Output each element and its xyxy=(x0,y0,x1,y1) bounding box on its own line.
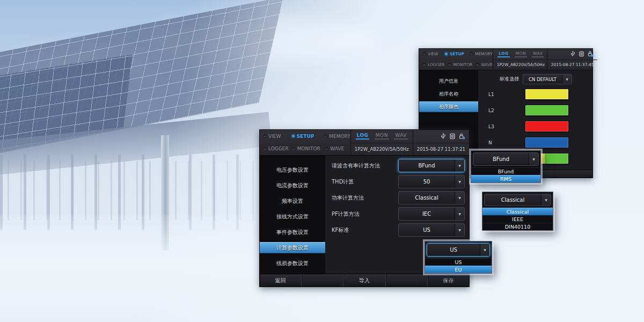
tab-setup[interactable]: SETUP xyxy=(441,52,466,56)
harmonic-method-dropdown[interactable]: BFund ▼ xyxy=(398,159,465,172)
phase-label: N xyxy=(485,140,525,145)
chevron-down-icon[interactable]: ▼ xyxy=(455,175,464,188)
chevron-down-icon[interactable]: ▼ xyxy=(455,159,464,172)
sidebar-item-frequency[interactable]: 频率设置 xyxy=(260,195,325,207)
main-tabs: VIEW SETUP MEMORY LOGGER MONITOR WAVE xyxy=(260,130,350,155)
power-method-dropdown[interactable]: Classical ▼ xyxy=(398,191,465,204)
tab-view[interactable]: VIEW xyxy=(260,134,288,139)
mode-wav[interactable]: WAV xyxy=(394,133,408,140)
kf-standard-dropdown[interactable]: US ▼ xyxy=(398,223,465,237)
sidebar-item-lineloss-params[interactable]: 线损参数设置 xyxy=(260,258,325,269)
sidebar-item-current-params[interactable]: 电流参数设置 xyxy=(260,180,325,191)
sidebar-item-voltage-params[interactable]: 电压参数设置 xyxy=(260,164,325,175)
color-swatch-l1[interactable] xyxy=(525,89,569,100)
tab-logger[interactable]: LOGGER xyxy=(419,62,444,67)
dropdown-value: Classical xyxy=(485,194,541,206)
color-swatch-n[interactable] xyxy=(525,137,569,148)
phase-label: L3 xyxy=(485,124,525,129)
radio-dot-icon xyxy=(292,148,295,150)
option-rms[interactable]: RMS xyxy=(471,175,540,182)
sidebar-item-calc-params[interactable]: 计算参数设置 xyxy=(260,242,325,253)
tab-monitor[interactable]: MONITOR xyxy=(289,146,322,151)
save-button[interactable]: 保存 xyxy=(428,274,469,287)
mode-log[interactable]: LOG xyxy=(356,133,370,140)
popup-field[interactable]: Classical ▼ xyxy=(484,194,551,206)
color-swatch-l3[interactable] xyxy=(525,121,569,132)
sidebar-item-event-params[interactable]: 事件参数设置 xyxy=(260,226,325,238)
option-ieee[interactable]: IEEE xyxy=(482,215,553,223)
tab-label: LOGGER xyxy=(428,62,444,67)
storage-icon[interactable] xyxy=(449,133,456,140)
setting-label: PF计算方法 xyxy=(332,210,398,218)
wiring-mode: 1P2W_AB xyxy=(355,147,376,152)
chevron-down-icon[interactable]: ▼ xyxy=(529,153,538,165)
main-tabs: VIEW SETUP MEMORY LOGGER MONITOR WAVE xyxy=(419,49,493,70)
back-button[interactable]: 返回 xyxy=(260,274,302,287)
stage: VIEW SETUP MEMORY LOGGER MONITOR WAVE LO… xyxy=(0,0,644,322)
option-us[interactable]: US xyxy=(425,258,492,266)
radio-dot-icon xyxy=(476,63,479,66)
chevron-down-icon[interactable]: ▼ xyxy=(480,244,489,256)
tab-wave[interactable]: WAVE xyxy=(321,146,350,151)
tab-label: WAVE xyxy=(330,146,344,151)
mode-log[interactable]: LOG xyxy=(497,51,510,57)
tab-view[interactable]: VIEW xyxy=(419,52,441,56)
kf-standard-popup: US ▼ US EU xyxy=(425,241,492,274)
chevron-down-icon[interactable]: ▼ xyxy=(541,194,551,206)
lock-icon[interactable] xyxy=(587,51,594,57)
tab-label: SETUP xyxy=(297,134,314,139)
dropdown-value: BFund xyxy=(399,159,455,172)
usb-icon[interactable] xyxy=(440,133,447,140)
standard-select-row: 标准选择 CN DEFAULT ▼ xyxy=(478,70,592,89)
dropdown-value: BFund xyxy=(473,153,529,165)
wiring-mode: 1P2W_AB xyxy=(497,62,516,67)
chevron-down-icon[interactable]: ▼ xyxy=(455,208,464,220)
dropdown-value: 50 xyxy=(399,175,455,188)
import-button[interactable]: 导入 xyxy=(343,274,385,287)
popup-field[interactable]: US ▼ xyxy=(427,243,490,257)
sidebar-item-phase-names[interactable]: 相序名称 xyxy=(419,89,478,99)
mode-wav[interactable]: WAV xyxy=(532,51,544,57)
sidebar-item-phase-colors[interactable]: 相序颜色 xyxy=(419,101,478,112)
radio-dot-icon xyxy=(445,53,448,55)
standard-select-dropdown[interactable]: CN DEFAULT ▼ xyxy=(523,74,572,84)
phase-row-l2: L2 xyxy=(485,105,592,116)
popup-field[interactable]: BFund ▼ xyxy=(473,152,539,166)
chevron-down-icon[interactable]: ▼ xyxy=(455,192,464,204)
usb-icon[interactable] xyxy=(570,51,576,57)
chevron-down-icon[interactable]: ▼ xyxy=(562,75,572,84)
system-icons xyxy=(413,130,469,143)
window-footer-bar: 返回 导入 保存 xyxy=(260,274,469,287)
thd-calc-dropdown[interactable]: 50 ▼ xyxy=(398,175,465,188)
system-block: 2015-08-27 11:37:21 xyxy=(413,130,469,155)
footer-spacer xyxy=(386,274,428,287)
setting-label: THD计算 xyxy=(332,178,398,186)
tab-setup[interactable]: SETUP xyxy=(288,134,321,139)
tab-label: VIEW xyxy=(428,52,438,56)
option-din40110[interactable]: DIN40110 xyxy=(482,223,553,230)
sidebar-item-user-info[interactable]: 用户信息 xyxy=(419,76,478,86)
dropdown-value: IEC xyxy=(399,208,455,220)
color-swatch-l2[interactable] xyxy=(525,105,569,116)
mode-mon[interactable]: MON xyxy=(375,133,389,140)
option-classical[interactable]: Classical xyxy=(482,208,553,215)
tab-memory[interactable]: MEMORY xyxy=(320,134,350,139)
chevron-down-icon[interactable]: ▼ xyxy=(455,224,464,236)
option-bfund[interactable]: BFund xyxy=(471,167,540,175)
system-icons xyxy=(547,49,598,60)
radio-dot-icon xyxy=(264,148,266,150)
tab-monitor[interactable]: MONITOR xyxy=(444,62,472,67)
tab-wave[interactable]: WAVE xyxy=(472,62,493,67)
tab-memory[interactable]: MEMORY xyxy=(466,52,493,56)
option-eu[interactable]: EU xyxy=(425,266,492,273)
lock-icon[interactable] xyxy=(458,133,465,140)
tab-logger[interactable]: LOGGER xyxy=(260,146,289,151)
storage-icon[interactable] xyxy=(579,51,584,57)
setting-row-pf-method: PF计算方法 IEC ▼ xyxy=(325,207,465,221)
pf-method-dropdown[interactable]: IEC ▼ xyxy=(398,207,465,221)
mode-status-block: LOG MON WAV 1P2W_AB 220V/5A/50Hz xyxy=(350,130,413,155)
tab-label: WAVE xyxy=(481,62,493,67)
tab-label: MONITOR xyxy=(453,62,472,67)
mode-mon[interactable]: MON xyxy=(515,51,528,57)
sidebar-item-wiring-mode[interactable]: 接线方式设置 xyxy=(260,211,325,222)
